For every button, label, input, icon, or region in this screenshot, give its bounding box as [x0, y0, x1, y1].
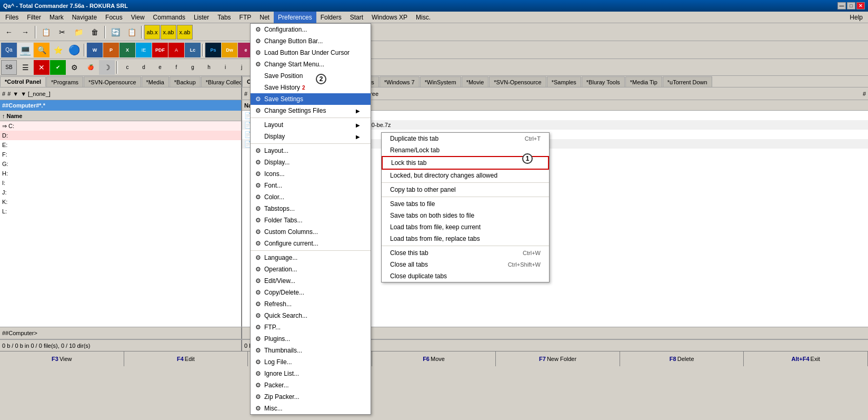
config-label: Configuration... [264, 26, 307, 33]
layout-label: Layout... [264, 147, 288, 154]
folder-tabs-label: Folder Tabs... [264, 217, 302, 224]
submenu-arrow-1: ▶ [356, 108, 360, 114]
save-hist-icon [254, 83, 262, 92]
cm-sep-2 [382, 197, 549, 197]
misc-label: Misc... [264, 405, 283, 412]
menu-color[interactable]: ⚙ Color... [251, 191, 371, 203]
menu-editview[interactable]: ⚙ Edit/View... [251, 275, 371, 287]
cm-save-tabs[interactable]: Save tabs to file [382, 198, 549, 210]
font-label: Font... [264, 182, 282, 189]
menu-configuration[interactable]: ⚙ Configuration... [251, 24, 371, 35]
config-icon: ⚙ [254, 25, 262, 34]
cm-close-tab[interactable]: Close this tab Ctrl+W [382, 247, 549, 259]
display-label: Display... [264, 159, 290, 166]
menu-layout[interactable]: ⚙ Layout... [251, 145, 371, 157]
misc-icon: ⚙ [254, 404, 262, 413]
save-pos-label: Save Position [264, 72, 303, 80]
menu-change-button-bar[interactable]: ⚙ Change Button Bar... [251, 35, 371, 47]
save-settings-icon: ⚙ [254, 95, 262, 103]
start-menu-label: Change Start Menu... [264, 61, 324, 68]
menu-misc[interactable]: ⚙ Misc... [251, 403, 371, 414]
cm-copy-tab[interactable]: Copy tab to other panel [382, 184, 549, 196]
cm-close-tab-shortcut: Ctrl+W [523, 250, 541, 256]
start-menu-icon: ⚙ [254, 60, 262, 69]
load-bar-label: Load Button Bar Under Cursor [264, 49, 350, 56]
thumbnails-label: Thumbnails... [264, 347, 302, 354]
menu-folder-tabs[interactable]: ⚙ Folder Tabs... [251, 214, 371, 226]
cm-duplicate-shortcut: Ctrl+T [525, 135, 541, 142]
menu-configure-current[interactable]: ⚙ Configure current... [251, 238, 371, 249]
preferences-menu: ⚙ Configuration... ⚙ Change Button Bar..… [250, 23, 371, 415]
menu-tabstops[interactable]: ⚙ Tabstops... [251, 203, 371, 214]
menu-custom-columns[interactable]: ⚙ Custom Columns... [251, 226, 371, 238]
menu-layout-sub[interactable]: Layout ▶ [251, 119, 371, 131]
display-sub-label: Display [264, 133, 285, 140]
cm-load-tabs-replace[interactable]: Load tabs from file, replace tabs [382, 233, 549, 245]
cm-duplicate-label: Duplicate this tab [390, 135, 438, 142]
menu-display[interactable]: ⚙ Display... [251, 157, 371, 168]
menu-save-settings[interactable]: ⚙ Save Settings [251, 93, 371, 105]
refresh-label: Refresh... [264, 300, 292, 308]
save-settings-label: Save Settings [264, 95, 303, 103]
dropdown-overlay: ⚙ Configuration... ⚙ Change Button Bar..… [0, 0, 868, 420]
zippacker-label: Zip Packer... [264, 393, 300, 401]
cm-duplicate-tab[interactable]: Duplicate this tab Ctrl+T [382, 133, 549, 144]
menu-copydelete[interactable]: ⚙ Copy/Delete... [251, 287, 371, 298]
menu-icons[interactable]: ⚙ Icons... [251, 168, 371, 180]
annotation-2-badge: 2 [316, 74, 326, 84]
submenu-arrow-3: ▶ [356, 134, 360, 140]
menu-thumbnails[interactable]: ⚙ Thumbnails... [251, 345, 371, 356]
menu-change-settings-files[interactable]: ⚙ Change Settings Files ▶ [251, 105, 371, 116]
menu-load-button-bar[interactable]: ⚙ Load Button Bar Under Cursor [251, 47, 371, 58]
cm-save-tabs-both[interactable]: Save tabs on both sides to file [382, 210, 549, 221]
menu-refresh[interactable]: ⚙ Refresh... [251, 298, 371, 310]
cm-locked-dir-changes[interactable]: Locked, but directory changes allowed [382, 170, 549, 181]
tabstops-icon: ⚙ [254, 204, 262, 213]
layout-icon: ⚙ [254, 146, 262, 155]
menu-packer[interactable]: ⚙ Packer... [251, 379, 371, 391]
cm-save-tabs-label: Save tabs to file [390, 200, 435, 208]
layout-sub-label: Layout [264, 121, 283, 129]
logfile-label: Log File... [264, 358, 292, 366]
menu-ftp[interactable]: ⚙ FTP... [251, 321, 371, 333]
editview-label: Edit/View... [264, 277, 295, 285]
menu-plugins[interactable]: ⚙ Plugins... [251, 333, 371, 345]
menu-font[interactable]: ⚙ Font... [251, 180, 371, 191]
cm-copy-tab-label: Copy tab to other panel [390, 186, 456, 193]
menu-logfile[interactable]: ⚙ Log File... [251, 356, 371, 368]
cm-close-tab-label: Close this tab [390, 249, 428, 257]
menu-zippacker[interactable]: ⚙ Zip Packer... [251, 391, 371, 403]
submenu-arrow-2: ▶ [356, 122, 360, 128]
menu-save-position[interactable]: Save Position [251, 70, 371, 82]
menu-language[interactable]: ⚙ Language... [251, 252, 371, 263]
custom-cols-icon: ⚙ [254, 228, 262, 236]
quicksearch-icon: ⚙ [254, 311, 262, 320]
cm-close-all-tabs[interactable]: Close all tabs Ctrl+Shift+W [382, 259, 549, 270]
menu-display-sub[interactable]: Display ▶ [251, 131, 371, 142]
custom-cols-label: Custom Columns... [264, 228, 318, 236]
ignorelist-icon: ⚙ [254, 369, 262, 378]
menu-ignorelist[interactable]: ⚙ Ignore List... [251, 368, 371, 379]
button-bar-label: Change Button Bar... [264, 37, 323, 45]
cm-load-tabs-replace-label: Load tabs from file, replace tabs [390, 235, 480, 242]
color-label: Color... [264, 193, 284, 201]
config-current-label: Configure current... [264, 240, 318, 247]
menu-change-start-menu[interactable]: ⚙ Change Start Menu... [251, 58, 371, 70]
menu-operation[interactable]: ⚙ Operation... [251, 263, 371, 275]
annotation-1-badge: 1 [522, 153, 533, 164]
cm-locked-dir-label: Locked, but directory changes allowed [390, 172, 497, 179]
folder-tabs-icon: ⚙ [254, 216, 262, 224]
cm-load-tabs-keep-label: Load tabs from file, keep current [390, 223, 481, 231]
menu-save-history[interactable]: Save History 2 [251, 82, 371, 93]
refresh-icon: ⚙ [254, 300, 262, 308]
color-icon: ⚙ [254, 193, 262, 201]
menu-quicksearch[interactable]: ⚙ Quick Search... [251, 310, 371, 321]
change-settings-icon: ⚙ [254, 106, 262, 115]
save-pos-icon [254, 72, 262, 80]
tabstops-label: Tabstops... [264, 205, 295, 212]
cm-close-duplicate-tabs[interactable]: Close duplicate tabs [382, 270, 549, 282]
operation-label: Operation... [264, 266, 297, 273]
cm-save-tabs-both-label: Save tabs on both sides to file [390, 212, 474, 219]
annotation-2: 2 [302, 85, 305, 91]
cm-load-tabs-keep[interactable]: Load tabs from file, keep current [382, 221, 549, 233]
